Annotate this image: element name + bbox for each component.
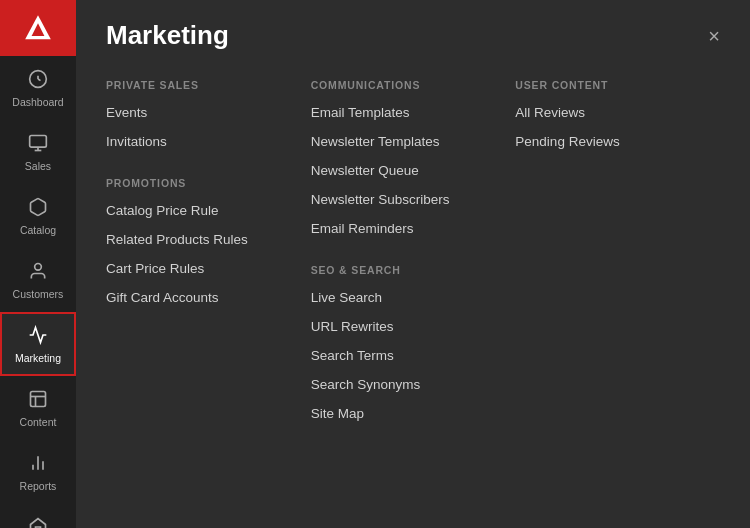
logo-icon: [22, 12, 54, 44]
link-cart-price-rules[interactable]: Cart Price Rules: [106, 261, 311, 276]
seo-search-section: SEO & SEARCH Live Search URL Rewrites Se…: [311, 264, 516, 421]
panel-header: Marketing ×: [106, 20, 720, 51]
link-events[interactable]: Events: [106, 105, 311, 120]
link-all-reviews[interactable]: All Reviews: [515, 105, 720, 120]
link-email-templates[interactable]: Email Templates: [311, 105, 516, 120]
column-middle: COMMUNICATIONS Email Templates Newslette…: [311, 79, 516, 435]
link-search-terms[interactable]: Search Terms: [311, 348, 516, 363]
sidebar-item-reports-label: Reports: [20, 480, 57, 492]
link-search-synonyms[interactable]: Search Synonyms: [311, 377, 516, 392]
content-icon: [28, 389, 48, 412]
sidebar-item-sales[interactable]: Sales: [0, 120, 76, 184]
logo: [0, 0, 76, 56]
link-email-reminders[interactable]: Email Reminders: [311, 221, 516, 236]
promotions-section: PROMOTIONS Catalog Price Rule Related Pr…: [106, 177, 311, 305]
link-live-search[interactable]: Live Search: [311, 290, 516, 305]
communications-section: COMMUNICATIONS Email Templates Newslette…: [311, 79, 516, 236]
link-catalog-price-rule[interactable]: Catalog Price Rule: [106, 203, 311, 218]
link-site-map[interactable]: Site Map: [311, 406, 516, 421]
dashboard-icon: [28, 69, 48, 92]
user-content-section: USER CONTENT All Reviews Pending Reviews: [515, 79, 720, 149]
communications-heading: COMMUNICATIONS: [311, 79, 516, 91]
catalog-icon: [28, 197, 48, 220]
private-sales-section: PRIVATE SALES Events Invitations: [106, 79, 311, 149]
link-related-products-rules[interactable]: Related Products Rules: [106, 232, 311, 247]
link-url-rewrites[interactable]: URL Rewrites: [311, 319, 516, 334]
main-panel: Marketing × PRIVATE SALES Events Invitat…: [76, 0, 750, 528]
menu-columns: PRIVATE SALES Events Invitations PROMOTI…: [106, 79, 720, 435]
close-button[interactable]: ×: [708, 26, 720, 46]
sidebar-item-reports[interactable]: Reports: [0, 440, 76, 504]
promotions-heading: PROMOTIONS: [106, 177, 311, 189]
sidebar-item-catalog[interactable]: Catalog: [0, 184, 76, 248]
sidebar-item-stores[interactable]: Stores: [0, 504, 76, 528]
sidebar-item-content-label: Content: [20, 416, 57, 428]
panel-title: Marketing: [106, 20, 229, 51]
sidebar-item-content[interactable]: Content: [0, 376, 76, 440]
sales-icon: [28, 133, 48, 156]
sidebar: Dashboard Sales Catalog Customers: [0, 0, 76, 528]
sidebar-item-customers-label: Customers: [13, 288, 64, 300]
column-right: USER CONTENT All Reviews Pending Reviews: [515, 79, 720, 435]
sidebar-item-marketing[interactable]: Marketing: [0, 312, 76, 376]
sidebar-item-marketing-label: Marketing: [15, 352, 61, 364]
svg-line-4: [38, 79, 41, 81]
seo-search-heading: SEO & SEARCH: [311, 264, 516, 276]
sidebar-item-catalog-label: Catalog: [20, 224, 56, 236]
svg-point-8: [35, 263, 42, 270]
link-newsletter-queue[interactable]: Newsletter Queue: [311, 163, 516, 178]
link-gift-card-accounts[interactable]: Gift Card Accounts: [106, 290, 311, 305]
link-newsletter-subscribers[interactable]: Newsletter Subscribers: [311, 192, 516, 207]
svg-rect-9: [31, 391, 46, 406]
private-sales-heading: PRIVATE SALES: [106, 79, 311, 91]
user-content-heading: USER CONTENT: [515, 79, 720, 91]
sidebar-item-dashboard-label: Dashboard: [12, 96, 63, 108]
reports-icon: [28, 453, 48, 476]
marketing-icon: [28, 325, 48, 348]
column-left: PRIVATE SALES Events Invitations PROMOTI…: [106, 79, 311, 435]
stores-icon: [28, 517, 48, 529]
link-pending-reviews[interactable]: Pending Reviews: [515, 134, 720, 149]
sidebar-item-sales-label: Sales: [25, 160, 51, 172]
customers-icon: [28, 261, 48, 284]
link-newsletter-templates[interactable]: Newsletter Templates: [311, 134, 516, 149]
marketing-panel: Marketing × PRIVATE SALES Events Invitat…: [76, 0, 750, 465]
sidebar-item-customers[interactable]: Customers: [0, 248, 76, 312]
svg-rect-5: [30, 135, 47, 147]
link-invitations[interactable]: Invitations: [106, 134, 311, 149]
sidebar-item-dashboard[interactable]: Dashboard: [0, 56, 76, 120]
